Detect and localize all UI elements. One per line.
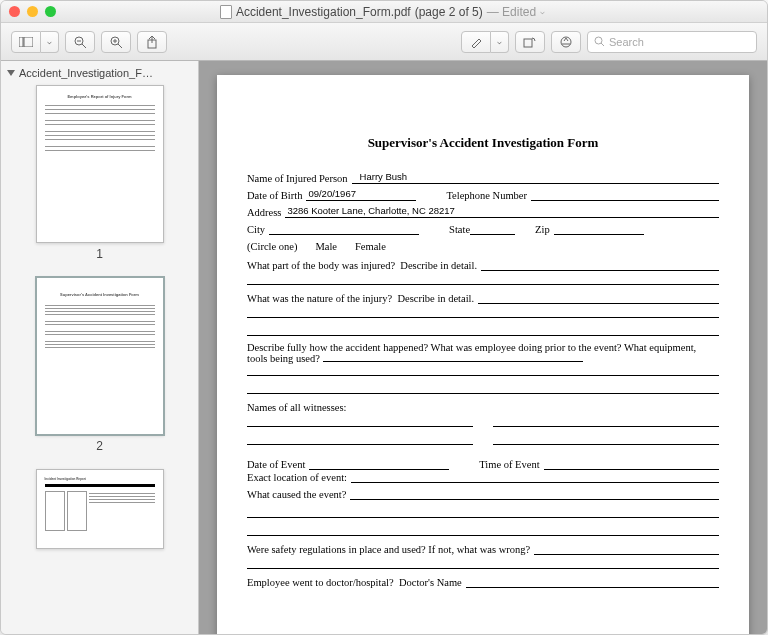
markup-button[interactable] bbox=[551, 31, 581, 53]
title-area: Accident_Investigation_Form.pdf (page 2 … bbox=[56, 5, 709, 19]
field-city[interactable] bbox=[269, 234, 419, 235]
thumbnail-image-3: Incident Investigation Report bbox=[36, 469, 164, 549]
thumbnail-2[interactable]: Supervisor's Accident Investigation Form bbox=[7, 277, 192, 453]
svg-rect-1 bbox=[24, 37, 33, 47]
rotate-button[interactable] bbox=[515, 31, 545, 53]
search-placeholder: Search bbox=[609, 36, 644, 48]
thumbnail-sidebar[interactable]: Accident_Investigation_F… Employee's Rep… bbox=[1, 61, 199, 634]
window-controls bbox=[9, 6, 56, 17]
label-time-event: Time of Event bbox=[479, 459, 539, 470]
chevron-down-icon: ⌵ bbox=[47, 37, 52, 46]
label-zip: Zip bbox=[535, 224, 550, 235]
thumbnail-1[interactable]: Employee's Report of Injury Form 1 bbox=[7, 85, 192, 261]
field-address[interactable]: 3286 Kooter Lane, Charlotte, NC 28217 bbox=[285, 217, 719, 218]
minimize-button[interactable] bbox=[27, 6, 38, 17]
search-input[interactable]: Search bbox=[587, 31, 757, 53]
close-button[interactable] bbox=[9, 6, 20, 17]
label-name: Name of Injured Person bbox=[247, 173, 348, 184]
label-witnesses: Names of all witnesses: bbox=[247, 402, 719, 413]
filename: Accident_Investigation_Form.pdf bbox=[236, 5, 411, 19]
label-circle: (Circle one) bbox=[247, 241, 297, 252]
title-chevron-icon[interactable]: ⌵ bbox=[540, 7, 545, 16]
svg-line-3 bbox=[82, 44, 86, 48]
highlight-dropdown[interactable]: ⌵ bbox=[491, 31, 509, 53]
field-telephone[interactable] bbox=[531, 200, 719, 201]
label-nature: What was the nature of the injury? Descr… bbox=[247, 293, 474, 304]
form-title: Supervisor's Accident Investigation Form bbox=[247, 135, 719, 151]
label-address: Address bbox=[247, 207, 281, 218]
thumbnail-label: 2 bbox=[7, 439, 192, 453]
sidebar-doc-name: Accident_Investigation_F… bbox=[19, 67, 153, 79]
label-city: City bbox=[247, 224, 265, 235]
field-dob[interactable]: 09/20/1967 bbox=[306, 200, 416, 201]
svg-line-6 bbox=[118, 44, 122, 48]
label-safety: Were safety regulations in place and use… bbox=[247, 544, 530, 555]
document-icon bbox=[220, 5, 232, 19]
page-info: (page 2 of 5) bbox=[415, 5, 483, 19]
search-icon bbox=[594, 36, 605, 47]
svg-rect-12 bbox=[524, 39, 532, 47]
pdf-page[interactable]: Supervisor's Accident Investigation Form… bbox=[217, 75, 749, 634]
chevron-down-icon: ⌵ bbox=[497, 37, 502, 46]
preview-window: Accident_Investigation_Form.pdf (page 2 … bbox=[0, 0, 768, 635]
label-female: Female bbox=[355, 241, 386, 252]
sidebar-doc-header[interactable]: Accident_Investigation_F… bbox=[7, 67, 192, 79]
zoom-out-button[interactable] bbox=[65, 31, 95, 53]
svg-marker-11 bbox=[472, 39, 481, 48]
thumbnail-image-1: Employee's Report of Injury Form bbox=[36, 85, 164, 243]
view-mode-button[interactable] bbox=[11, 31, 41, 53]
field-state[interactable] bbox=[470, 234, 515, 235]
label-location: Exact location of event: bbox=[247, 472, 347, 483]
titlebar: Accident_Investigation_Form.pdf (page 2 … bbox=[1, 1, 767, 23]
field-name[interactable]: Harry Bush bbox=[352, 183, 462, 184]
label-caused: What caused the event? bbox=[247, 489, 346, 500]
disclosure-triangle-icon[interactable] bbox=[7, 70, 15, 76]
label-date-event: Date of Event bbox=[247, 459, 305, 470]
label-state: State bbox=[449, 224, 470, 235]
edited-status: — Edited bbox=[487, 5, 536, 19]
zoom-button[interactable] bbox=[45, 6, 56, 17]
svg-point-15 bbox=[595, 37, 602, 44]
toolbar: ⌵ ⌵ Search bbox=[1, 23, 767, 61]
share-button[interactable] bbox=[137, 31, 167, 53]
thumbnail-image-2: Supervisor's Accident Investigation Form bbox=[36, 277, 164, 435]
highlight-button[interactable] bbox=[461, 31, 491, 53]
svg-line-16 bbox=[601, 43, 604, 46]
svg-rect-0 bbox=[19, 37, 23, 47]
field-zip[interactable] bbox=[554, 234, 644, 235]
thumbnail-3[interactable]: Incident Investigation Report bbox=[7, 469, 192, 549]
label-dob: Date of Birth bbox=[247, 190, 302, 201]
pdf-viewer[interactable]: Supervisor's Accident Investigation Form… bbox=[199, 61, 767, 634]
view-mode-dropdown[interactable]: ⌵ bbox=[41, 31, 59, 53]
label-doctor: Employee went to doctor/hospital? Doctor… bbox=[247, 577, 462, 588]
label-telephone: Telephone Number bbox=[446, 190, 527, 201]
zoom-in-button[interactable] bbox=[101, 31, 131, 53]
label-body-part: What part of the body was injured? Descr… bbox=[247, 260, 477, 271]
label-male: Male bbox=[315, 241, 337, 252]
thumbnail-label: 1 bbox=[7, 247, 192, 261]
